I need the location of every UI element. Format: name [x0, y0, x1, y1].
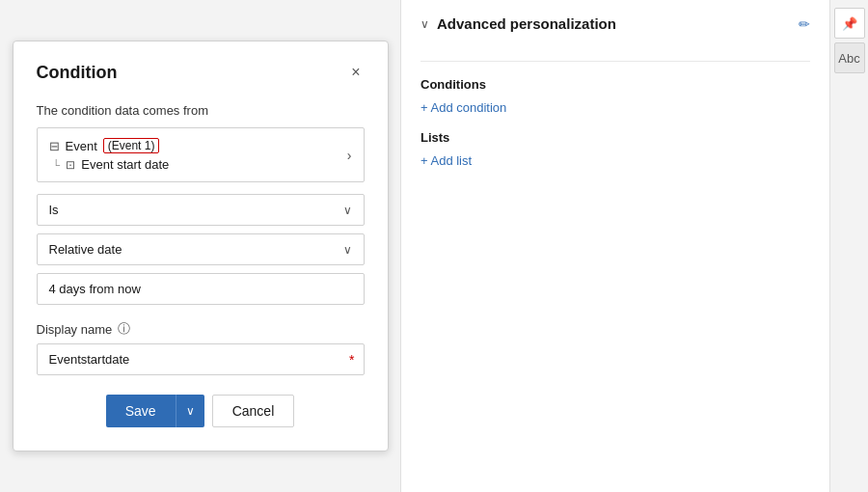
datasource-content: ⊟ Event (Event 1) └ ⊡ Event start date [49, 138, 170, 172]
abc-icon: Abc [838, 51, 859, 66]
type-chevron-icon: ∨ [343, 243, 352, 257]
save-button-group: Save ∨ [106, 395, 204, 427]
advanced-title: Advanced personalization [437, 15, 616, 32]
collapse-chevron-icon[interactable]: ∨ [420, 17, 429, 31]
add-condition-link[interactable]: + Add condition [420, 100, 506, 115]
conditions-heading: Conditions [420, 77, 810, 92]
operator-dropdown[interactable]: Is ∨ [37, 194, 365, 226]
close-button[interactable]: × [347, 61, 364, 84]
lists-section: Lists + Add list [420, 130, 810, 168]
event-table-icon: ⊟ [49, 139, 60, 153]
save-button[interactable]: Save [106, 395, 176, 427]
far-right-toolbar: 📌 Abc [829, 0, 868, 492]
type-value: Relative date [49, 242, 122, 257]
dialog-footer: Save ∨ Cancel [37, 395, 365, 427]
dialog-title: Condition [37, 63, 118, 83]
pin-toolbar-button[interactable]: 📌 [834, 8, 865, 39]
type-dropdown[interactable]: Relative date ∨ [37, 233, 365, 265]
edit-icon[interactable]: ✏ [799, 16, 810, 32]
display-name-input[interactable] [37, 343, 365, 375]
event-start-date-label: Event start date [81, 157, 169, 172]
operator-chevron-icon: ∨ [343, 204, 352, 217]
add-list-link[interactable]: + Add list [420, 153, 472, 168]
required-indicator: * [349, 352, 354, 368]
pin-icon: 📌 [842, 16, 857, 31]
operator-value: Is [49, 203, 59, 217]
save-dropdown-button[interactable]: ∨ [176, 395, 204, 427]
condition-dialog: Condition × The condition data comes fro… [13, 41, 389, 451]
cancel-button[interactable]: Cancel [212, 395, 295, 427]
chevron-right-icon: › [347, 148, 352, 163]
conditions-section: Conditions + Add condition [420, 77, 810, 115]
dialog-overlay: Condition × The condition data comes fro… [0, 0, 400, 492]
display-name-text: Display name [37, 322, 113, 337]
info-icon: ⓘ [118, 320, 130, 338]
datasource-row1: ⊟ Event (Event 1) [49, 138, 170, 153]
calendar-icon: ⊡ [66, 158, 75, 172]
event-label: Event [66, 139, 97, 153]
tree-indent-icon: └ [53, 159, 61, 171]
condition-value: 4 days from now [37, 273, 365, 305]
display-name-wrapper: * [37, 343, 365, 375]
right-panel: ∨ Advanced personalization ✏ Conditions … [400, 0, 829, 492]
lists-heading: Lists [420, 130, 810, 145]
section-label: The condition data comes from [37, 103, 365, 118]
datasource-box[interactable]: ⊟ Event (Event 1) └ ⊡ Event start date › [37, 127, 365, 182]
dialog-header: Condition × [37, 61, 365, 84]
datasource-row2: └ ⊡ Event start date [49, 157, 170, 172]
event-tag: (Event 1) [103, 138, 160, 153]
abc-toolbar-button[interactable]: Abc [834, 42, 865, 73]
advanced-section: ∨ Advanced personalization ✏ [420, 15, 810, 62]
display-name-section-label: Display name ⓘ [37, 320, 365, 338]
advanced-header: ∨ Advanced personalization ✏ [420, 15, 810, 32]
advanced-header-left: ∨ Advanced personalization [420, 15, 616, 32]
